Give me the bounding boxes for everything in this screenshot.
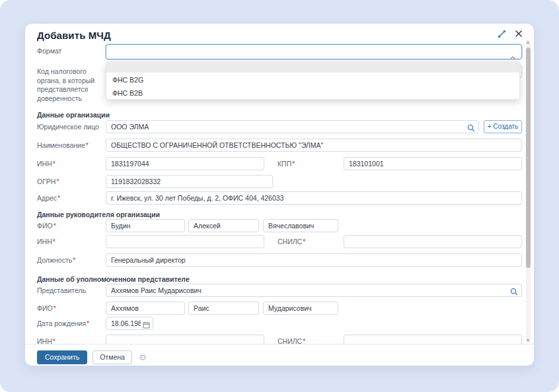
head-position-row: Должность* <box>37 253 522 267</box>
close-icon[interactable] <box>514 29 523 38</box>
dialog-add-mchd: Добавить МЧД <box>25 24 534 366</box>
head-inn-input[interactable] <box>106 235 264 248</box>
org-name-label: Наименование* <box>37 139 106 150</box>
head-fio-label: ФИО* <box>37 219 106 231</box>
birth-date-label: Дата рождения* <box>37 317 106 329</box>
format-label: Формат <box>37 44 106 56</box>
representative-row: Представитель <box>37 284 522 297</box>
org-ogrn-label: ОГРН* <box>37 175 106 187</box>
rep-firstname-input[interactable] <box>188 302 259 315</box>
head-snils-input[interactable] <box>344 235 522 248</box>
dialog-header: Добавить МЧД <box>25 24 534 44</box>
rep-snils-input[interactable] <box>344 335 522 344</box>
rep-middlename-input[interactable] <box>263 302 338 315</box>
rep-section-row: Данные об уполномоченном представителе <box>37 275 522 283</box>
calendar-icon[interactable] <box>143 319 150 331</box>
representative-input[interactable] <box>106 284 522 297</box>
save-button[interactable]: Сохранить <box>37 350 87 364</box>
head-middlename-input[interactable] <box>263 219 338 232</box>
rep-fio-row: ФИО* <box>37 302 522 315</box>
rep-fio-label: ФИО* <box>37 302 106 313</box>
org-inn-kpp-row: ИНН* КПП* <box>37 157 522 170</box>
format-dropdown-panel: ФНС B2G ФНС B2B <box>106 61 520 100</box>
rep-inn-label: ИНН* <box>37 335 106 344</box>
org-kpp-label: КПП* <box>278 157 344 168</box>
head-fio-row: ФИО* <box>37 219 522 232</box>
org-ogrn-row: ОГРН* <box>37 175 522 188</box>
chevron-up-icon <box>510 50 515 62</box>
head-firstname-input[interactable] <box>188 219 259 232</box>
representative-label: Представитель <box>37 284 106 296</box>
vertical-scrollbar[interactable] <box>526 40 531 343</box>
rep-inn-input[interactable] <box>106 335 264 344</box>
format-row: Формат <box>37 44 522 59</box>
org-section-title: Данные организации <box>37 110 110 119</box>
dropdown-option-fns-b2b[interactable]: ФНС B2B <box>106 86 519 99</box>
legal-entity-row: Юридическое лицо + Создать <box>37 120 522 133</box>
header-actions <box>497 29 523 38</box>
head-section-title: Данные руководителя организации <box>37 210 160 218</box>
dropdown-option-fns-b2g[interactable]: ФНС B2G <box>106 73 519 86</box>
head-inn-label: ИНН* <box>37 235 106 247</box>
head-lastname-input[interactable] <box>106 219 185 232</box>
scroll-down-icon[interactable] <box>527 339 529 342</box>
rep-snils-label: СНИЛС* <box>278 335 344 344</box>
scroll-up-icon[interactable] <box>527 41 529 44</box>
rep-lastname-input[interactable] <box>106 302 185 315</box>
org-inn-input[interactable] <box>106 157 264 170</box>
cancel-button[interactable]: Отмена <box>93 350 132 364</box>
org-name-input[interactable] <box>106 139 522 152</box>
tax-authority-label: Код налогового органа, в который предста… <box>37 65 106 103</box>
gear-icon[interactable]: ⚙ <box>139 353 147 362</box>
head-position-input[interactable] <box>106 253 522 267</box>
dropdown-option-empty[interactable] <box>106 62 519 73</box>
rep-section-title: Данные об уполномоченном представителе <box>37 275 190 283</box>
expand-icon[interactable] <box>497 29 506 38</box>
head-section-row: Данные руководителя организации <box>37 210 522 218</box>
legal-entity-label: Юридическое лицо <box>37 120 106 132</box>
dialog-title: Добавить МЧД <box>37 30 522 41</box>
page-background: Добавить МЧД <box>0 0 559 392</box>
org-address-label: Адрес* <box>37 191 106 203</box>
create-button[interactable]: + Создать <box>484 120 522 133</box>
org-kpp-input[interactable] <box>344 157 522 170</box>
head-position-label: Должность* <box>37 253 106 265</box>
legal-entity-input[interactable] <box>106 120 479 133</box>
head-snils-label: СНИЛС* <box>278 235 344 245</box>
search-icon[interactable] <box>467 123 475 135</box>
org-address-row: Адрес* <box>37 191 522 205</box>
org-name-row: Наименование* <box>37 139 522 152</box>
org-ogrn-input[interactable] <box>106 175 273 188</box>
search-icon[interactable] <box>510 286 518 298</box>
org-section-row: Данные организации <box>37 110 522 119</box>
scrollbar-thumb[interactable] <box>526 48 531 268</box>
dialog-footer: Сохранить Отмена ⚙ <box>25 344 534 366</box>
format-select[interactable] <box>106 44 522 59</box>
org-inn-label: ИНН* <box>37 157 106 169</box>
head-inn-snils-row: ИНН* СНИЛС* <box>37 235 522 248</box>
birth-date-row: Дата рождения* <box>37 317 522 330</box>
org-address-input[interactable] <box>106 191 522 205</box>
rep-inn-snils-row: ИНН* СНИЛС* <box>37 335 522 344</box>
